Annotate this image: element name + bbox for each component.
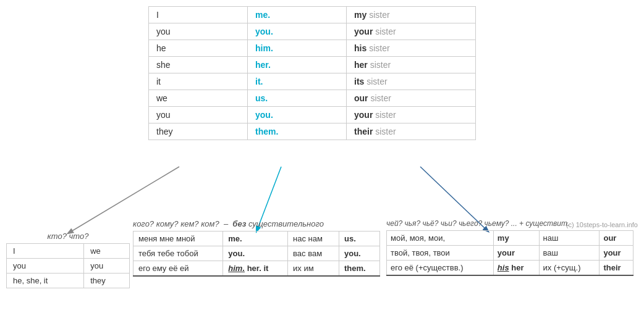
possessive-cell: your sister bbox=[347, 23, 476, 40]
russian-cell: их (+сущ.) bbox=[539, 261, 600, 276]
table-row: he, she, it they bbox=[7, 273, 130, 288]
left-pronoun-table: I we you you he, she, it they bbox=[6, 243, 130, 288]
pronoun-cell: we bbox=[84, 244, 130, 259]
object-cell: you. bbox=[248, 23, 347, 40]
english-cell: me. bbox=[223, 232, 288, 246]
english-cell: your bbox=[493, 246, 539, 261]
right-bottom-section: чей? чья? чьё? чьи? чьего? чьему? ... + … bbox=[386, 219, 633, 276]
object-cell: him. bbox=[248, 40, 347, 57]
english-cell: my bbox=[493, 231, 539, 246]
subject-cell: you bbox=[149, 23, 248, 40]
russian-cell: его ему её ей bbox=[133, 261, 223, 277]
object-cell: you. bbox=[248, 107, 347, 123]
english-cell: their bbox=[600, 261, 633, 276]
right-pronoun-table: мой, моя, мои, my наш our твой, твоя, тв… bbox=[386, 230, 633, 276]
possessive-cell: our sister bbox=[347, 90, 476, 107]
russian-cell: наш bbox=[539, 231, 600, 246]
english-cell: your bbox=[600, 246, 633, 261]
table-row: тебя тебе тобой you. вас вам you. bbox=[133, 246, 380, 261]
possessive-cell: its sister bbox=[347, 73, 476, 90]
english-cell: you. bbox=[223, 246, 288, 261]
russian-cell: вас вам bbox=[288, 246, 339, 261]
object-cell: them. bbox=[248, 123, 347, 140]
object-cell: her. bbox=[248, 57, 347, 73]
subject-cell: you bbox=[149, 107, 248, 123]
english-cell: him. her. it bbox=[223, 261, 288, 277]
russian-cell: твой, твоя, твои bbox=[387, 246, 494, 261]
table-row: его её (+существв.) his her их (+сущ.) t… bbox=[387, 261, 633, 276]
main-pronoun-table: I me. my sister you you. your sister he … bbox=[148, 6, 476, 140]
table-row: I we bbox=[7, 244, 130, 259]
pronoun-cell: he, she, it bbox=[7, 273, 84, 288]
left-section-title: кто? что? bbox=[6, 232, 130, 241]
table-row: твой, твоя, твои your ваш your bbox=[387, 246, 633, 261]
pronoun-table: I me. my sister you you. your sister he … bbox=[148, 6, 476, 140]
middle-section-title: кого? кому? кем? ком? – без существитель… bbox=[133, 219, 380, 228]
table-row: he him. his sister bbox=[149, 40, 476, 57]
table-row: I me. my sister bbox=[149, 7, 476, 23]
object-cell: us. bbox=[248, 90, 347, 107]
table-row: she her. her sister bbox=[149, 57, 476, 73]
russian-cell: тебя тебе тобой bbox=[133, 246, 223, 261]
english-cell: our bbox=[600, 231, 633, 246]
russian-cell: мой, моя, мои, bbox=[387, 231, 494, 246]
left-bottom-section: кто? что? I we you you he, she, it they bbox=[6, 232, 130, 288]
subject-cell: we bbox=[149, 90, 248, 107]
russian-cell: ваш bbox=[539, 246, 600, 261]
subject-cell: I bbox=[149, 7, 248, 23]
english-cell: his her bbox=[493, 261, 539, 276]
table-row: they them. their sister bbox=[149, 123, 476, 140]
table-row: you you bbox=[7, 259, 130, 273]
possessive-cell: your sister bbox=[347, 107, 476, 123]
subject-cell: she bbox=[149, 57, 248, 73]
table-row: you you. your sister bbox=[149, 107, 476, 123]
table-row: меня мне мной me. нас нам us. bbox=[133, 232, 380, 246]
table-row: мой, моя, мои, my наш our bbox=[387, 231, 633, 246]
pronoun-cell: you bbox=[84, 259, 130, 273]
middle-pronoun-table: меня мне мной me. нас нам us. тебя тебе … bbox=[133, 231, 380, 277]
table-row: его ему её ей him. her. it их им them. bbox=[133, 261, 380, 277]
object-cell: it. bbox=[248, 73, 347, 90]
possessive-cell: my sister bbox=[347, 7, 476, 23]
english-cell: them. bbox=[339, 261, 379, 277]
object-cell: me. bbox=[248, 7, 347, 23]
table-row: it it. its sister bbox=[149, 73, 476, 90]
right-section-title: чей? чья? чьё? чьи? чьего? чьему? ... + … bbox=[386, 219, 633, 228]
table-row: we us. our sister bbox=[149, 90, 476, 107]
table-row: you you. your sister bbox=[149, 23, 476, 40]
possessive-cell: his sister bbox=[347, 40, 476, 57]
english-cell: you. bbox=[339, 246, 379, 261]
pronoun-cell: they bbox=[84, 273, 130, 288]
subject-cell: he bbox=[149, 40, 248, 57]
english-cell: us. bbox=[339, 232, 379, 246]
middle-bottom-section: кого? кому? кем? ком? – без существитель… bbox=[133, 219, 380, 277]
subject-cell: they bbox=[149, 123, 248, 140]
possessive-cell: their sister bbox=[347, 123, 476, 140]
subject-cell: it bbox=[149, 73, 248, 90]
russian-cell: нас нам bbox=[288, 232, 339, 246]
russian-cell: меня мне мной bbox=[133, 232, 223, 246]
pronoun-cell: you bbox=[7, 259, 84, 273]
possessive-cell: her sister bbox=[347, 57, 476, 73]
russian-cell: его её (+существв.) bbox=[387, 261, 494, 276]
russian-cell: их им bbox=[288, 261, 339, 277]
pronoun-cell: I bbox=[7, 244, 84, 259]
